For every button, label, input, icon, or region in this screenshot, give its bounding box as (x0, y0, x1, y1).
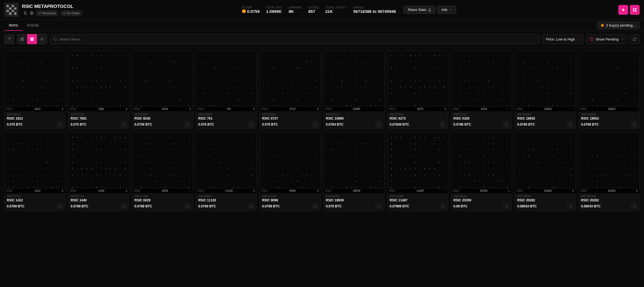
pixel-char: R (401, 162, 402, 164)
nft-card[interactable]: MIS·xKTC·NHRC·NHR··MIS·xMIS·xKTC·NHRC·NH… (68, 132, 129, 211)
nft-copy-button[interactable] (440, 203, 446, 209)
nft-copy-button[interactable] (312, 203, 318, 209)
pixel-char: N (459, 162, 461, 164)
nft-info: #56730228 RSIC 6727 0.078 BTC (260, 111, 320, 129)
listed-value: 857 (308, 9, 319, 14)
nft-copy-button[interactable] (440, 121, 446, 127)
nft-card[interactable]: S·xKTC·NHR··NHR··MIS·xKTS·xKTC·NHR··NHR·… (579, 51, 640, 129)
nft-copy-button[interactable] (185, 203, 191, 209)
pixel-char: N (13, 168, 14, 170)
pixel-char: C (346, 181, 347, 182)
pixel-char: S (459, 168, 461, 170)
pixel-char: S (183, 181, 185, 182)
svg-rect-40 (570, 206, 571, 207)
nft-copy-button[interactable] (248, 121, 254, 127)
pixel-char: H (105, 86, 106, 88)
nft-copy-button[interactable] (631, 203, 637, 209)
nft-copy-button[interactable] (376, 121, 382, 127)
pixel-char: · (120, 156, 121, 157)
view-list-button[interactable] (37, 34, 47, 44)
nft-copy-button[interactable] (121, 203, 127, 209)
show-pending-button[interactable]: Show Pending (586, 34, 627, 44)
nft-copy-button[interactable] (631, 121, 637, 127)
nft-copy-button[interactable] (376, 203, 382, 209)
nft-card[interactable]: NHR··MIS·xKTS·xKTC·NHR··NHR··MIS·xKTS·xK… (132, 51, 193, 129)
pixel-char: M (105, 181, 106, 182)
nft-copy-button[interactable] (57, 203, 63, 209)
nft-card[interactable]: xKTC·NHR··MIR··MIS·xKTC·xKTC·NHR··MIR··M… (451, 51, 512, 129)
nft-copy-button[interactable] (248, 203, 254, 209)
info-button[interactable]: Info (438, 6, 456, 14)
nft-card[interactable]: HR··MIS·xKTC·xKTC·NHR··MHR··MIS·xKTC·xKT… (324, 132, 384, 211)
view-grid-large-button[interactable] (27, 34, 37, 44)
share-stats-button[interactable]: Share Stats (404, 6, 435, 14)
pixel-char: R (625, 93, 626, 94)
nft-card[interactable]: ·xKTC·NHR··MHR··MIS·xKTC·xKTC·NHR··MHR··… (515, 51, 576, 129)
pink-top-button-1[interactable] (618, 5, 628, 15)
sort-select[interactable]: Price: Low to High (543, 34, 584, 44)
pixel-char: R (110, 62, 111, 63)
pixel-char: T (18, 86, 19, 88)
view-grid-small-button[interactable] (17, 34, 27, 44)
pixel-char: · (370, 181, 371, 182)
nft-card[interactable]: HR··MIS·xKTC·xKTC·NHR··MHR··MIS·xKTC·xKT… (68, 51, 129, 129)
nft-copy-button[interactable] (185, 121, 191, 127)
pixel-char: · (635, 162, 636, 164)
tab-items[interactable]: Items (4, 20, 22, 31)
pixel-char: · (611, 93, 612, 94)
pixel-char: H (174, 86, 175, 88)
nft-copy-button[interactable] (503, 203, 509, 209)
pixel-char: H (37, 74, 38, 76)
nft-card[interactable]: TC·NHR··MIS··MIS·xKTC·NHTC·NHR··MIS··MIS… (324, 51, 384, 129)
pixel-char: · (282, 181, 284, 182)
nft-card[interactable]: ·NHR··MIS·xKIS·xKTC·NHR··NHR··MIS·xKIS·x… (196, 51, 257, 129)
nft-copy-button[interactable] (567, 203, 573, 209)
nft-copy-button[interactable] (121, 121, 127, 127)
pixel-row: R··MIS·xKTC· (261, 160, 319, 166)
nft-copy-button[interactable] (57, 121, 63, 127)
nft-card[interactable]: R··MIS·xKTC·xKTC·NHR··MIR··MIS·xKTC·xKTC… (4, 51, 65, 129)
pixel-char: C (571, 86, 572, 88)
nft-card[interactable]: ··MIS·xKTC·NKTC·NHR··MIS··MIS·xKTC·NKTC·… (196, 132, 257, 211)
pixel-row: ·NHR··MIS·xK (198, 53, 255, 59)
search-box[interactable] (50, 34, 540, 44)
filter-toggle-button[interactable] (4, 34, 14, 44)
nft-card[interactable]: R··MIS·xKTC·xKTC·NHR··MIR··MIS·xKTC·xKTC… (260, 132, 320, 211)
pixel-char: I (611, 99, 612, 101)
nft-card[interactable]: KTC·NHR··MIS··MIS·xKTC·NKTC·NHR··MIS··MI… (387, 51, 448, 129)
nft-card[interactable]: IS·xKTC·NHR··NHR··MIS·xKIS·xKTC·NHR··NHR… (4, 132, 65, 211)
pixel-char: S (342, 99, 343, 101)
nft-card[interactable]: C·NHR··MIS·xMIS·xKTC·NHRC·NHR··MIS·xMIS·… (515, 132, 576, 211)
pixel-row: ·MIS·xKTC·NH (134, 147, 191, 153)
refresh-button[interactable] (630, 34, 640, 44)
pending-badge[interactable]: 2 buy(s) pending... (597, 21, 640, 29)
nft-card[interactable]: TC·NHR··MIS··MIS·xKTC·NHTC·NHR··MIS··MIS… (579, 132, 640, 211)
pixel-char: K (424, 99, 426, 101)
nft-type-label: RSIC (70, 189, 77, 192)
pixel-row: MIS·xKTC·NHR (70, 147, 127, 153)
pixel-char: M (160, 80, 161, 82)
pixel-char: I (351, 149, 352, 151)
nft-card[interactable]: C·NHR··MIS·xMIS·xKTC·NHRC·NHR··MIS·xMIS·… (260, 51, 320, 129)
nft-copy-button[interactable] (503, 121, 509, 127)
pixel-char: R (351, 68, 352, 69)
pixel-char: · (507, 181, 508, 182)
pixel-char: · (566, 137, 567, 139)
pixel-char: S (46, 181, 47, 182)
pixel-char: N (410, 93, 411, 94)
nft-card[interactable]: ·NHR··MIS·xKIS·xKTC·NHR··NHR··MIS·xKIS·x… (451, 132, 512, 211)
nft-copy-button[interactable] (312, 121, 318, 127)
pixel-char: · (351, 143, 352, 145)
globe-icon[interactable] (30, 11, 34, 15)
pixel-grid: ·xKTC·NHR··MHR··MIS·xKTC·xKTC·NHR··MHR··… (515, 51, 575, 111)
nft-card[interactable]: ·MIS·xKTC·NHTC·NHR··MIS··MIS·xKTC·NHTC·N… (132, 132, 193, 211)
search-input[interactable] (59, 37, 536, 41)
twitter-icon[interactable] (23, 11, 27, 15)
pixel-char: · (459, 99, 461, 101)
tab-activity[interactable]: Activity (22, 20, 43, 31)
pixel-row: R··MIS·xKTC· (6, 53, 63, 59)
pink-top-button-2[interactable] (630, 5, 640, 15)
pixel-char: x (365, 137, 366, 139)
nft-copy-button[interactable] (567, 121, 573, 127)
nft-card[interactable]: NHR··MIS·xKTS·xKTC·NHR··NHR··MIS·xKTS·xK… (387, 132, 448, 211)
